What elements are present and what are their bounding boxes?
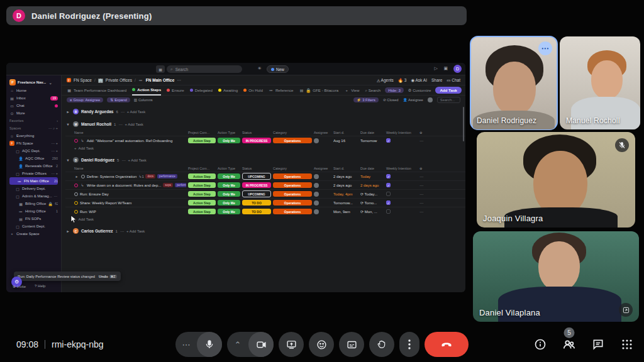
ask-ai-button[interactable]: ◉ Ask AI (411, 78, 427, 83)
sidebar-item-billing-office[interactable]: ▦Billing Office🔒62 (9, 200, 58, 207)
due-date[interactable]: ⟳ Mon, ... (360, 209, 384, 214)
sparkle-icon[interactable]: ✳ (258, 66, 262, 71)
status-pill[interactable]: IN PROGRESS (242, 182, 271, 188)
sidebar-item-more[interactable]: ⊙More (9, 109, 58, 117)
reactions-button[interactable] (309, 332, 334, 357)
assignee-avatar[interactable] (314, 209, 319, 214)
share-button[interactable]: Share (431, 78, 442, 82)
weekly-checkbox[interactable] (386, 209, 391, 214)
row-menu[interactable]: ⋯ (419, 192, 432, 196)
group-menu[interactable]: ⋯ (118, 122, 122, 126)
project-pill[interactable]: Action Step (188, 182, 216, 188)
tab-awaiting[interactable]: Awaiting (218, 85, 238, 96)
task-row[interactable]: Share: Weekly Report W/Team Action Step … (65, 198, 465, 207)
assignee-avatar[interactable] (314, 138, 319, 143)
status-pill[interactable]: TO DO (242, 209, 271, 214)
chat-button[interactable]: ▭ Chat (447, 78, 460, 83)
task-row[interactable]: ▸Define: Systems Organization↳1docsperfo… (65, 172, 465, 180)
category-pill[interactable]: Operations (273, 173, 312, 179)
task-row[interactable]: Run: Ensure Day Action Step Only Me UPCO… (65, 189, 465, 198)
due-date[interactable]: ⟳ Tomo... (360, 200, 384, 205)
task-row[interactable]: ↳Add: "Welcome" email automation. Ref:On… (65, 136, 465, 145)
start-date[interactable]: Today, 4pm (333, 192, 358, 196)
video-tile-daniel-vilaplana[interactable]: Daniel Vilaplana (473, 231, 639, 322)
sidebar-item-fn-space[interactable]: FFN Space⋯ + (9, 140, 58, 147)
expand-pill[interactable]: ⇅ Expand (107, 97, 130, 102)
video-tile-joaquin-villagra[interactable]: Joaquin Villagra (477, 132, 635, 228)
sidebar-item-private-offices[interactable]: ▢Private Offices⋯ + (9, 170, 58, 177)
action-type-pill[interactable]: Only Me (218, 200, 240, 206)
apps-grid-icon[interactable] (619, 336, 635, 353)
app-search-bar[interactable]: ⌕ Search (167, 65, 242, 73)
new-button[interactable]: New (267, 65, 289, 73)
group-header-carlos[interactable]: ▸ C Carlos Gutierrez 1 ⋯ + Add Task (65, 226, 465, 236)
present-button[interactable] (279, 332, 304, 357)
add-task-button[interactable]: Add Task (435, 87, 461, 94)
breadcrumb-more[interactable]: ⋯ (177, 78, 181, 83)
raise-hand-button[interactable] (369, 332, 394, 357)
category-pill[interactable]: Operations (273, 182, 312, 188)
due-date[interactable]: Tomorrow (360, 139, 384, 143)
chat-button[interactable] (590, 336, 606, 353)
weekly-checkbox[interactable] (386, 192, 391, 196)
project-pill[interactable]: Action Step (188, 191, 216, 197)
list-search-input[interactable]: Search... (437, 97, 460, 103)
group-add-task[interactable]: + Add Task (126, 229, 145, 233)
assignee-avatar[interactable] (314, 200, 319, 206)
mic-options-button[interactable]: ⋯ (175, 340, 197, 349)
video-tile-daniel-rodriguez[interactable]: ⋯ Daniel Rodriguez (470, 36, 557, 129)
sidebar-item-everything[interactable]: ☆Everything (9, 132, 58, 140)
spaces-section[interactable]: Spaces⋯ ⌕ + (9, 124, 58, 132)
due-date[interactable]: 2 days ago (360, 184, 384, 187)
assignee-toggle[interactable]: 👤 Assignee (402, 98, 423, 102)
end-call-button[interactable] (425, 332, 469, 357)
start-date[interactable]: Mon, 9am (333, 210, 358, 214)
tag[interactable]: docs (145, 174, 155, 178)
sidebar-item-chat[interactable]: ▭Chat (9, 102, 58, 109)
tab-bitacora[interactable]: ▤🔒GFE - Bitacora (299, 85, 338, 96)
row-menu[interactable]: ⋯ (419, 209, 432, 214)
favorites-section[interactable]: Favorites› (9, 117, 58, 124)
tile-options-button[interactable]: ⋯ (538, 41, 552, 55)
start-date[interactable]: 2 days ago (333, 184, 358, 187)
video-tile-manuel-rocholl[interactable]: Manuel Rocholl (560, 36, 640, 129)
row-menu[interactable]: ⋯ (419, 200, 432, 205)
assignee-avatar[interactable] (314, 183, 319, 188)
start-date[interactable]: 2 days ago (333, 175, 358, 178)
status-pill[interactable]: UPCOMING (242, 173, 271, 180)
assignee-avatar[interactable] (314, 174, 319, 179)
task-row[interactable]: Run: WIP Action Step Only Me TO DO Opera… (65, 207, 465, 216)
project-pill[interactable]: Action Step (188, 138, 216, 143)
sidebar-item-content-dept[interactable]: ▢Content Dept. (9, 222, 58, 230)
sidebar-item-fn-sops[interactable]: ▤FN SOPs (9, 215, 58, 222)
sidebar-item-delivery-dept[interactable]: ▢Delivery Dept. (9, 185, 58, 192)
row-menu[interactable]: ⋯ (419, 138, 432, 143)
start-date[interactable]: Aug 16 (333, 139, 358, 143)
pip-icon[interactable] (619, 303, 633, 317)
create-space-button[interactable]: +Create Space (9, 230, 58, 238)
breadcrumb-list[interactable]: FN Main Office (146, 78, 175, 82)
streak-counter[interactable]: 🔥 3 (398, 78, 407, 83)
category-pill[interactable]: Operations (273, 191, 312, 197)
expand-icon[interactable]: ▸ (74, 174, 79, 178)
undo-button[interactable]: Undo ⌘Z (99, 275, 117, 278)
project-pill[interactable]: Action Step (188, 200, 216, 206)
spaces-actions[interactable]: ⋯ ⌕ + (48, 126, 58, 131)
action-type-pill[interactable]: Only Me (218, 138, 240, 143)
group-add-task[interactable]: + Add Task (128, 158, 146, 162)
add-task-row[interactable]: + Add Task (65, 216, 465, 223)
status-pill[interactable]: IN PROGRESS (242, 138, 271, 143)
group-header-daniel[interactable]: ▾ D Daniel Rodriguez 5 ⋯ + Add Task (65, 155, 465, 165)
sidebar-item-aqc-office[interactable]: 👤AQC Office290 (9, 155, 58, 162)
weekly-checkbox[interactable]: ✓ (386, 138, 391, 143)
help-button[interactable]: ? Help (35, 284, 45, 288)
meeting-details-button[interactable] (532, 336, 548, 353)
tab-reference[interactable]: ≔Reference (269, 85, 294, 96)
weekly-checkbox[interactable]: ✓ (386, 174, 391, 178)
due-date[interactable]: ⟳ Today... (360, 192, 384, 196)
clip-icon[interactable]: ▷ (435, 66, 438, 71)
search-button[interactable]: ⌕ Search (365, 88, 380, 93)
row-menu[interactable]: ⋯ (419, 183, 432, 187)
group-add-task[interactable]: + Add Task (127, 110, 145, 114)
group-header-randy[interactable]: ▸ R Randy Arguedas 6 ⋯ + Add Task (65, 107, 465, 116)
